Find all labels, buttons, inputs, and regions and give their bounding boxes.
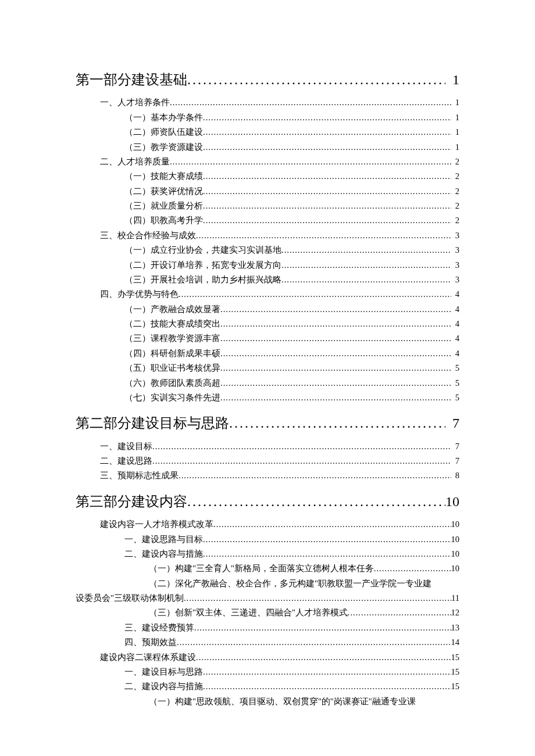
toc-label: 二、建设思路 bbox=[100, 454, 152, 468]
toc-page-number: 3 bbox=[451, 273, 460, 287]
toc-page-number: 15 bbox=[451, 679, 460, 694]
toc-entry[interactable]: （一）技能大赛成绩2 bbox=[76, 169, 459, 184]
toc-section-heading[interactable]: 第三部分建设内容10 bbox=[76, 490, 459, 513]
toc-entry[interactable]: （三）开展社会培训，助力乡村振兴战略3 bbox=[76, 273, 459, 287]
toc-leader bbox=[220, 346, 451, 361]
toc-entry[interactable]: 建设内容二课程体系建设15 bbox=[76, 650, 459, 665]
toc-entry[interactable]: （一）构建"思政领航、项目驱动、双创贯穿"的"岗课赛证"融通专业课 bbox=[76, 694, 459, 709]
toc-label: 第二部分建设目标与思路 bbox=[76, 412, 229, 434]
toc-section-heading[interactable]: 第一部分建设基础1 bbox=[76, 69, 459, 91]
toc-entry[interactable]: （二）深化产教融合、校企合作，多元构建"职教联盟一产业学院一专业建 bbox=[76, 576, 459, 591]
toc-label: （三）开展社会培训，助力乡村振兴战略 bbox=[124, 273, 281, 287]
toc-page-number: 10 bbox=[451, 532, 460, 547]
toc-page-number: 1 bbox=[451, 140, 460, 155]
toc-page-number: 3 bbox=[451, 228, 460, 243]
toc-page-number: 4 bbox=[451, 331, 460, 346]
toc-label: （一）构建"三全育人"新格局，全面落实立德树人根本任务 bbox=[149, 561, 374, 576]
toc-leader bbox=[220, 302, 451, 317]
toc-entry[interactable]: 四、预期效益14 bbox=[76, 635, 459, 650]
toc-entry[interactable]: （四）科研创新成果丰硕4 bbox=[76, 346, 459, 361]
toc-entry[interactable]: 一、建设思路与目标10 bbox=[76, 532, 459, 547]
toc-page-number: 15 bbox=[451, 650, 460, 665]
toc-label: （二）深化产教融合、校企合作，多元构建"职教联盟一产业学院一专业建 bbox=[149, 576, 431, 591]
toc-entry[interactable]: （四）职教高考升学2 bbox=[76, 213, 459, 228]
toc-leader bbox=[281, 243, 451, 257]
toc-page-number: 12 bbox=[451, 605, 460, 620]
toc-page-number: 4 bbox=[451, 287, 460, 302]
toc-leader bbox=[229, 412, 445, 434]
toc-leader bbox=[187, 490, 445, 513]
toc-leader bbox=[213, 517, 451, 532]
toc-entry[interactable]: 二、建设内容与措施10 bbox=[76, 547, 459, 561]
toc-leader bbox=[203, 679, 451, 694]
toc-page-number: 1 bbox=[451, 110, 460, 125]
toc-label: 一、建设目标 bbox=[100, 439, 152, 454]
toc-label: （一）成立行业协会，共建实习实训基地 bbox=[124, 243, 281, 257]
toc-entry[interactable]: 二、建设思路7 bbox=[76, 454, 459, 468]
toc-label: （三）创新"双主体、三递进、四融合"人才培养模式 bbox=[149, 605, 348, 620]
toc-entry[interactable]: （二）师资队伍建设1 bbox=[76, 125, 459, 139]
toc-label: 建设内容二课程体系建设 bbox=[100, 650, 196, 665]
toc-entry[interactable]: 一、建设目标7 bbox=[76, 439, 459, 454]
toc-leader bbox=[152, 454, 451, 468]
toc-entry[interactable]: （一）成立行业协会，共建实习实训基地3 bbox=[76, 243, 459, 257]
toc-entry[interactable]: （六）教师团队素质高超5 bbox=[76, 376, 459, 390]
page: { "toc":[ {"level":"h1","label":"第一部分建设基… bbox=[0, 0, 535, 756]
toc-entry[interactable]: （三）教学资源建设1 bbox=[76, 140, 459, 155]
toc-entry[interactable]: （三）就业质量分析2 bbox=[76, 199, 459, 213]
toc-entry[interactable]: 三、预期标志性成果8 bbox=[76, 468, 459, 483]
toc-leader bbox=[170, 155, 451, 169]
toc-page-number: 7 bbox=[445, 412, 459, 434]
toc-leader bbox=[196, 228, 451, 243]
toc-entry[interactable]: （三）创新"双主体、三递进、四融合"人才培养模式12 bbox=[76, 605, 459, 620]
toc-label: 第一部分建设基础 bbox=[76, 69, 187, 91]
toc-leader bbox=[220, 390, 451, 405]
toc-label: 一、人才培养条件 bbox=[100, 95, 170, 110]
toc-entry[interactable]: （七）实训实习条件先进5 bbox=[76, 390, 459, 405]
toc-page-number: 15 bbox=[451, 665, 460, 679]
toc-entry[interactable]: （一）基本办学条件1 bbox=[76, 110, 459, 125]
toc-leader bbox=[220, 361, 451, 375]
toc-page-number: 8 bbox=[451, 468, 460, 483]
toc-page-number: 7 bbox=[451, 439, 460, 454]
toc-entry[interactable]: 四、办学优势与特色4 bbox=[76, 287, 459, 302]
toc-entry[interactable]: 一、人才培养条件1 bbox=[76, 95, 459, 110]
toc-entry[interactable]: 三、校企合作经验与成效3 bbox=[76, 228, 459, 243]
toc-entry[interactable]: （二）开设订单培养，拓宽专业发展方向3 bbox=[76, 258, 459, 273]
toc-label: （五）职业证书考核优异 bbox=[124, 361, 220, 375]
toc-page-number: 7 bbox=[451, 454, 460, 468]
toc-entry[interactable]: （一）构建"三全育人"新格局，全面落实立德树人根本任务10 bbox=[76, 561, 459, 576]
toc-entry-continuation[interactable]: 设委员会"三级联动体制机制11 bbox=[76, 591, 459, 605]
toc-entry[interactable]: 二、建设内容与措施15 bbox=[76, 679, 459, 694]
toc-entry[interactable]: （五）职业证书考核优异5 bbox=[76, 361, 459, 375]
toc-page-number: 2 bbox=[451, 184, 460, 199]
toc-page-number: 10 bbox=[451, 561, 460, 576]
toc-entry[interactable]: （三）课程教学资源丰富4 bbox=[76, 331, 459, 346]
toc-entry[interactable]: 一、建设目标与思路15 bbox=[76, 665, 459, 679]
toc-page-number: 13 bbox=[451, 621, 460, 635]
toc-page-number: 4 bbox=[451, 317, 460, 331]
toc-page-number: 10 bbox=[451, 517, 460, 532]
toc-label: （七）实训实习条件先进 bbox=[124, 390, 220, 405]
toc-entry[interactable]: （二）技能大赛成绩突出4 bbox=[76, 317, 459, 331]
toc-leader bbox=[374, 561, 451, 576]
toc-label: （四）科研创新成果丰硕 bbox=[124, 346, 220, 361]
toc-leader bbox=[348, 605, 451, 620]
toc-leader bbox=[152, 439, 451, 454]
toc-label: 一、建设目标与思路 bbox=[124, 665, 203, 679]
toc-entry[interactable]: 建设内容一人才培养模式改革10 bbox=[76, 517, 459, 532]
toc-entry[interactable]: （一）产教融合成效显著4 bbox=[76, 302, 459, 317]
toc-entry[interactable]: （二）获奖评优情况2 bbox=[76, 184, 459, 199]
toc-label: 三、校企合作经验与成效 bbox=[100, 228, 196, 243]
toc-entry[interactable]: 二、人才培养质量2 bbox=[76, 155, 459, 169]
toc-leader bbox=[220, 376, 451, 390]
toc-leader bbox=[203, 184, 451, 199]
toc-page-number: 3 bbox=[451, 258, 460, 273]
toc-label: 四、办学优势与特色 bbox=[100, 287, 179, 302]
toc-leader bbox=[203, 199, 451, 213]
toc-label: （一）技能大赛成绩 bbox=[124, 169, 203, 184]
table-of-contents: 第一部分建设基础1一、人才培养条件1（一）基本办学条件1（二）师资队伍建设1（三… bbox=[76, 69, 459, 709]
toc-label: 一、建设思路与目标 bbox=[124, 532, 203, 547]
toc-section-heading[interactable]: 第二部分建设目标与思路7 bbox=[76, 412, 459, 434]
toc-entry[interactable]: 三、建设经费预算13 bbox=[76, 621, 459, 635]
